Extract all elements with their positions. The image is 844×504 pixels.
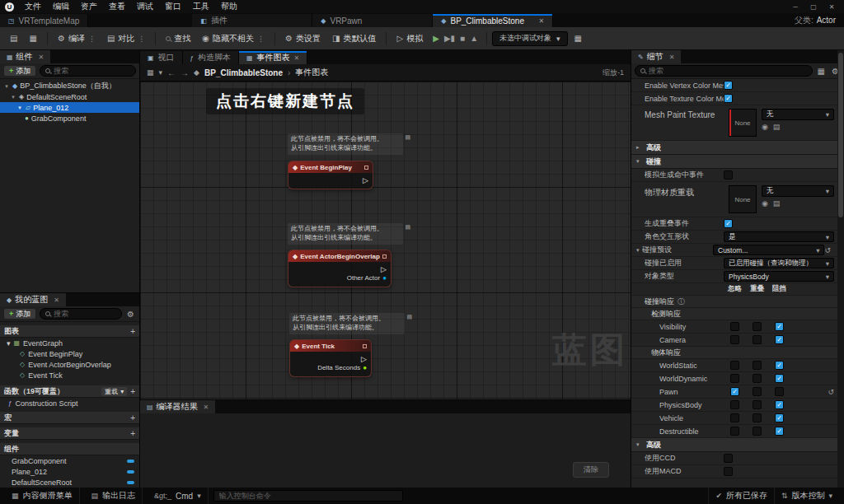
frame-skip-button[interactable]: ▶▮ xyxy=(444,34,455,43)
tab-plugins[interactable]: ◧ 插件 xyxy=(192,14,312,27)
debug-object-dropdown[interactable]: 未选中调试对象 ▾ xyxy=(492,31,568,46)
add-component-button[interactable]: + 添加 xyxy=(3,65,36,77)
checkbox-block[interactable]: ✓ xyxy=(775,400,784,409)
checkbox[interactable]: ✓ xyxy=(724,219,733,228)
menu-debug[interactable]: 调试 xyxy=(131,0,159,13)
expand-icon[interactable]: ▾ xyxy=(636,247,642,254)
reset-to-default-icon[interactable]: ↺ xyxy=(828,388,834,396)
menu-view[interactable]: 查看 xyxy=(103,0,131,13)
asset-dropdown[interactable]: 无 ▾ xyxy=(762,109,834,120)
exec-output-pin[interactable]: ▷ xyxy=(361,355,367,363)
list-item-defaultsceneroot[interactable]: DefaultSceneRoot xyxy=(0,477,139,488)
clear-button[interactable]: 清除 xyxy=(573,462,609,478)
add-blueprint-item-button[interactable]: + 添加 xyxy=(3,308,36,320)
checkbox[interactable]: ✓ xyxy=(724,454,733,463)
reset-to-default-icon[interactable]: ↺ xyxy=(824,246,831,254)
section-collision-advanced[interactable]: ▾ 高级 xyxy=(631,438,837,452)
info-icon[interactable]: ⓘ xyxy=(678,296,685,307)
expand-icon[interactable]: ▾ xyxy=(7,339,11,348)
checkbox-block[interactable]: ✓ xyxy=(775,413,784,422)
breadcrumb-root[interactable]: BP_ClimbableStone xyxy=(204,68,283,77)
checkbox-block[interactable]: ✓ xyxy=(775,322,784,331)
play-button[interactable]: ▶ xyxy=(433,34,439,43)
my-blueprint-search-input[interactable] xyxy=(54,310,116,318)
details-search-input[interactable] xyxy=(649,67,807,75)
checkbox-overlap[interactable]: ✓ xyxy=(753,374,762,383)
checkbox-overlap[interactable]: ✓ xyxy=(753,413,762,422)
override-dropdown[interactable]: 重载 ▾ xyxy=(101,387,127,396)
checkbox-overlap[interactable]: ✓ xyxy=(753,427,762,436)
tree-item-defaultsceneroot[interactable]: ▾ ◈ DefaultSceneRoot xyxy=(0,91,139,102)
add-graph-icon[interactable]: + xyxy=(130,327,135,336)
list-item-event-actorbeginoverlap[interactable]: ◇ Event ActorBeginOverlap xyxy=(0,359,139,370)
checkbox-ignore[interactable]: ✓ xyxy=(730,427,739,436)
breadcrumb-current[interactable]: 事件图表 xyxy=(295,67,328,78)
asset-thumbnail[interactable]: None xyxy=(729,109,757,137)
forward-icon[interactable]: → xyxy=(181,68,189,77)
expand-icon[interactable]: ▾ xyxy=(16,105,23,111)
output-log-button[interactable]: ▤ 输出日志 xyxy=(85,488,143,504)
list-item-event-beginplay[interactable]: ◇ Event BeginPlay xyxy=(0,348,139,359)
close-panel-icon[interactable]: ✕ xyxy=(39,54,45,61)
checkbox-ignore[interactable]: ✓ xyxy=(730,387,739,396)
menu-window[interactable]: 窗口 xyxy=(159,0,187,13)
checkbox-block[interactable]: ✓ xyxy=(775,427,784,436)
section-graphs[interactable]: 图表 + xyxy=(0,325,139,338)
section-collision[interactable]: ▾ 碰撞 xyxy=(631,155,837,169)
checkbox-block[interactable]: ✓ xyxy=(775,374,784,383)
cmd-dropdown[interactable]: &gt;_ Cmd ▾ xyxy=(148,488,209,504)
components-panel-tab[interactable]: ▦ 组件 ✕ xyxy=(0,50,50,63)
compile-options-icon[interactable]: ⋮ xyxy=(88,35,96,43)
use-selected-asset-icon[interactable]: ◉ xyxy=(762,123,768,131)
menu-asset[interactable]: 资产 xyxy=(75,0,103,13)
checkbox[interactable]: ✓ xyxy=(724,81,733,90)
float-output-pin[interactable]: ● xyxy=(363,364,367,371)
close-icon[interactable]: ✕ xyxy=(823,3,841,11)
checkbox-block[interactable]: ✓ xyxy=(775,361,784,370)
section-functions[interactable]: 函数（19可覆盖） 重载 ▾ + xyxy=(0,385,139,398)
list-item-grabcomponent[interactable]: GrabComponent xyxy=(0,455,139,466)
content-drawer-button[interactable]: ▦ 内容侧滑菜单 xyxy=(5,488,80,504)
tree-item-bp-climbablestone[interactable]: ▾ ◆ BP_ClimbableStone（自我） xyxy=(0,81,139,91)
hide-unrelated-options-icon[interactable]: ⋮ xyxy=(257,35,265,43)
hide-unrelated-button[interactable]: ◉ 隐藏不相关 ⋮ xyxy=(197,30,270,47)
checkbox-block[interactable]: ✓ xyxy=(775,387,784,396)
checkbox[interactable]: ✓ xyxy=(724,467,733,476)
tab-vrpawn[interactable]: ◆ VRPawn xyxy=(312,14,433,27)
checkbox-ignore[interactable]: ✓ xyxy=(730,335,739,344)
find-button[interactable]: 查找 xyxy=(161,30,195,47)
parent-class-value[interactable]: Actor xyxy=(817,16,836,25)
tree-item-grabcomponent[interactable]: ● GrabComponent xyxy=(0,113,139,124)
components-search-input[interactable] xyxy=(54,67,130,75)
collision-preset-dropdown[interactable]: Custom... ▾ xyxy=(713,245,824,255)
browse-asset-icon[interactable]: ▤ xyxy=(773,199,781,208)
class-defaults-button[interactable]: ◨ 类默认值 xyxy=(327,30,381,47)
compile-button[interactable]: ⚙ 编译 ⋮ xyxy=(53,30,101,47)
menu-help[interactable]: 帮助 xyxy=(215,0,243,13)
diff-button[interactable]: ▤ 对比 ⋮ xyxy=(102,30,150,47)
list-item-construction-script[interactable]: ƒ Construction Script xyxy=(0,398,139,408)
tab-event-graph[interactable]: ▦ 事件图表 ✕ xyxy=(239,51,307,64)
close-panel-icon[interactable]: ✕ xyxy=(204,404,209,411)
add-variable-icon[interactable]: + xyxy=(130,429,135,438)
tree-item-plane-012[interactable]: ▾ ▱ Plane_012 xyxy=(0,102,139,113)
display-filter-icon[interactable]: ▦ xyxy=(816,67,827,76)
tab-construction-script[interactable]: ƒ 构造脚本 xyxy=(183,51,239,64)
checkbox-ignore[interactable]: ✓ xyxy=(730,374,739,383)
menu-tools[interactable]: 工具 xyxy=(187,0,215,13)
section-components[interactable]: 组件 xyxy=(0,443,139,455)
debug-filter-button[interactable]: ▦ xyxy=(570,31,587,45)
menu-file[interactable]: 文件 xyxy=(19,0,47,13)
section-variables[interactable]: 变量 + xyxy=(0,427,139,440)
checkbox[interactable]: ✓ xyxy=(724,170,733,180)
close-panel-icon[interactable]: ✕ xyxy=(54,296,59,304)
exec-output-pin[interactable]: ▷ xyxy=(363,176,368,184)
checkbox-block[interactable]: ✓ xyxy=(775,335,784,344)
asset-thumbnail[interactable]: None xyxy=(729,185,757,213)
checkbox[interactable]: ✓ xyxy=(724,94,733,103)
checkbox-overlap[interactable]: ✓ xyxy=(753,400,762,409)
simulate-button[interactable]: ▷ 模拟 xyxy=(392,30,428,47)
save-asset-button[interactable]: ▤ xyxy=(5,31,22,45)
revision-control-button[interactable]: ⇅ 版本控制 ▾ xyxy=(774,488,839,504)
stop-button[interactable]: ■ xyxy=(460,34,465,43)
